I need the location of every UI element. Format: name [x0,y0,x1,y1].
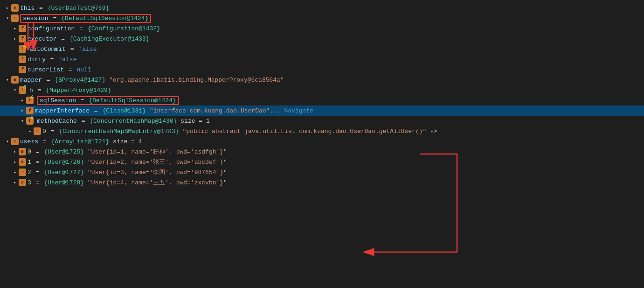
expander-h[interactable] [11,86,19,94]
var-autocommit: autoCommit = false [29,46,97,53]
var-mapperinterface: mapperInterface = {Class@1381} "interfac… [35,107,313,114]
session-red-box: session = {DefaultSqlSession@1424} [20,14,151,23]
icon-f: f [19,35,26,42]
icon-list: ≡ [19,158,26,166]
expander-methodcache[interactable] [19,117,26,125]
icon-list: ≡ [34,127,41,135]
var-mapper: mapper = {$Proxy4@1427} "org.apache.ibat… [20,77,284,84]
var-users-1: 1 = {User@1726} "User{id=2, name='张三', p… [28,158,227,166]
var-dirty: dirty = false [28,56,76,63]
tree-row-users-0[interactable]: ≡ 0 = {User@1725} "User{id=1, name='狂神',… [0,147,644,157]
icon-f: f [26,107,34,114]
tree-row-executor[interactable]: f executor = {CachingExecutor@1433} [0,34,644,44]
expander-this[interactable] [4,4,11,12]
var-executor: executor = {CachingExecutor@1433} [28,35,149,42]
navigate-link[interactable]: Navigate [284,107,313,114]
tree-row-users[interactable]: ≡ users = {ArrayList@1721} size = 4 [0,136,644,147]
var-users-3: 3 = {User@1728} "User{id=4, name='王五', p… [28,178,227,187]
expander-users[interactable] [4,138,11,145]
icon-f: f [19,56,26,63]
icon-list: ≡ [19,179,26,186]
expander-mapper[interactable] [4,76,11,84]
tree-row[interactable]: ≡ this = {UserDaoTest@769} [0,3,644,13]
expander-users-3[interactable] [11,179,19,186]
tree-row-session[interactable]: ≡ session = {DefaultSqlSession@1424} [0,13,644,23]
expander-users-1[interactable] [11,158,19,166]
expander-leaf [11,45,19,53]
icon-f-private: f 🔒 [19,86,26,94]
var-users-2: 2 = {User@1727} "User{id=3, name='李四', p… [28,168,227,176]
expander-sqlsession[interactable] [19,97,26,104]
var-methodcache: methodCache = {ConcurrentHashMap@1430} s… [37,118,210,125]
tree-row-users-3[interactable]: ≡ 3 = {User@1728} "User{id=4, name='王五',… [0,177,644,188]
icon-f-private: f 🔒 [26,97,34,104]
expander-leaf [11,56,19,63]
expander-users-2[interactable] [11,169,19,176]
tree-row-h[interactable]: f 🔒 h = {MapperProxy@1429} [0,85,644,95]
expander-leaf [11,66,19,73]
tree-row-users-1[interactable]: ≡ 1 = {User@1726} "User{id=2, name='张三',… [0,157,644,167]
var-methodcache-0: 0 = {ConcurrentHashMap$MapEntry@1783} "p… [42,128,437,135]
icon-list: ≡ [11,4,19,12]
expander-users-0[interactable] [11,148,19,155]
expander-configuration[interactable] [11,25,19,32]
debug-panel: ≡ this = {UserDaoTest@769} ≡ session = {… [0,0,644,288]
expander-mapperinterface[interactable] [19,107,26,114]
tree-row-methodcache[interactable]: f 🔒 methodCache = {ConcurrentHashMap@143… [0,116,644,126]
tree-row-autocommit[interactable]: f 🔒 autoCommit = false [0,44,644,54]
expander-executor[interactable] [11,35,19,42]
icon-list: ≡ [19,148,26,155]
var-users-0: 0 = {User@1725} "User{id=1, name='狂神', p… [28,148,227,156]
var-this: this = {UserDaoTest@769} [20,5,109,12]
icon-f: f [19,25,26,32]
icon-f: f [19,66,26,73]
expander-session[interactable] [4,14,11,22]
tree-row-sqlsession[interactable]: f 🔒 sqlSession = {DefaultSqlSession@1424… [0,95,644,105]
sqlsession-red-box: sqlSession = {DefaultSqlSession@1424} [37,96,179,105]
icon-f-private: f 🔒 [26,117,34,125]
tree-row-cursorlist[interactable]: f cursorList = null [0,64,644,75]
var-users: users = {ArrayList@1721} size = 4 [20,138,142,145]
tree-row-mapper[interactable]: ≡ mapper = {$Proxy4@1427} "org.apache.ib… [0,75,644,85]
tree-row-users-2[interactable]: ≡ 2 = {User@1727} "User{id=3, name='李四',… [0,167,644,177]
tree-row-methodcache-0[interactable]: ≡ 0 = {ConcurrentHashMap$MapEntry@1783} … [0,126,644,136]
expander-methodcache-0[interactable] [26,127,34,135]
tree-row-dirty[interactable]: f dirty = false [0,54,644,64]
icon-list: ≡ [11,138,19,145]
icon-list: ≡ [11,76,19,84]
var-cursorlist: cursorList = null [28,66,91,73]
tree-row-configuration[interactable]: f configuration = {Configuration@1432} [0,23,644,34]
icon-list: ≡ [19,169,26,176]
var-configuration: configuration = {Configuration@1432} [28,25,160,32]
var-h: h = {MapperProxy@1429} [29,87,111,94]
tree-row-mapperinterface[interactable]: f mapperInterface = {Class@1381} "interf… [0,105,644,116]
icon-f-private: f 🔒 [19,45,26,53]
icon-list: ≡ [11,14,19,22]
